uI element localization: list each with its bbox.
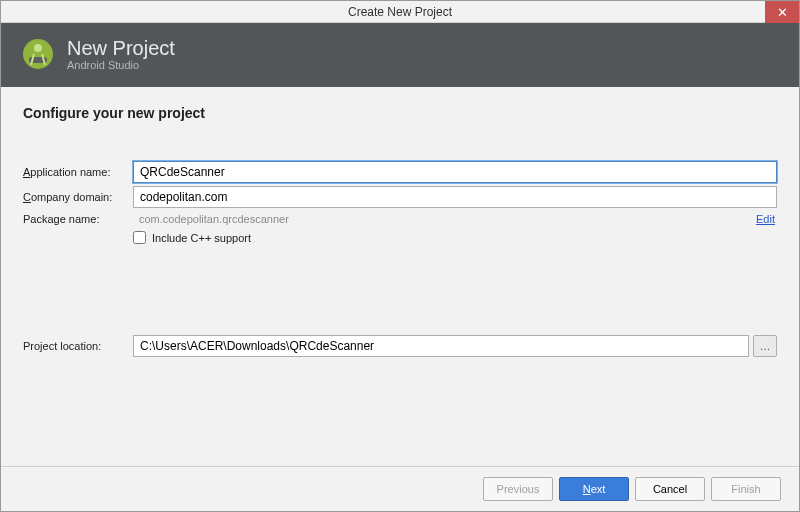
project-location-input[interactable] bbox=[133, 335, 749, 357]
finish-button: Finish bbox=[711, 477, 781, 501]
previous-button: Previous bbox=[483, 477, 553, 501]
project-location-label: Project location: bbox=[23, 340, 133, 352]
header-text: New Project Android Studio bbox=[67, 37, 175, 71]
content-area: Configure your new project Application n… bbox=[1, 87, 799, 466]
next-button[interactable]: Next bbox=[559, 477, 629, 501]
edit-package-link[interactable]: Edit bbox=[756, 213, 775, 225]
browse-location-button[interactable]: … bbox=[753, 335, 777, 357]
package-name-value: com.codepolitan.qrcdescanner bbox=[133, 213, 756, 225]
close-icon: ✕ bbox=[777, 5, 788, 20]
wizard-footer: Previous Next Cancel Finish bbox=[1, 466, 799, 511]
svg-point-0 bbox=[23, 39, 53, 69]
section-title: Configure your new project bbox=[23, 105, 777, 121]
project-location-row: Project location: … bbox=[23, 335, 777, 357]
close-button[interactable]: ✕ bbox=[765, 1, 799, 23]
window-title: Create New Project bbox=[348, 5, 452, 19]
company-domain-label: Company domain: bbox=[23, 191, 133, 203]
application-name-input[interactable] bbox=[133, 161, 777, 183]
company-domain-row: Company domain: bbox=[23, 186, 777, 208]
package-name-row: Package name: com.codepolitan.qrcdescann… bbox=[23, 213, 777, 225]
app-name-row: Application name: bbox=[23, 161, 777, 183]
svg-point-1 bbox=[34, 44, 42, 52]
wizard-window: Create New Project ✕ New Project Android… bbox=[0, 0, 800, 512]
titlebar: Create New Project ✕ bbox=[1, 1, 799, 23]
android-studio-logo-icon bbox=[21, 37, 55, 71]
include-cpp-label[interactable]: Include C++ support bbox=[152, 232, 251, 244]
company-domain-input[interactable] bbox=[133, 186, 777, 208]
header: New Project Android Studio bbox=[1, 23, 799, 87]
cpp-support-row: Include C++ support bbox=[133, 231, 777, 244]
header-subtitle: Android Studio bbox=[67, 59, 175, 71]
cancel-button[interactable]: Cancel bbox=[635, 477, 705, 501]
include-cpp-checkbox[interactable] bbox=[133, 231, 146, 244]
header-title: New Project bbox=[67, 37, 175, 59]
app-name-label: Application name: bbox=[23, 166, 133, 178]
package-name-label: Package name: bbox=[23, 213, 133, 225]
ellipsis-icon: … bbox=[760, 340, 771, 352]
